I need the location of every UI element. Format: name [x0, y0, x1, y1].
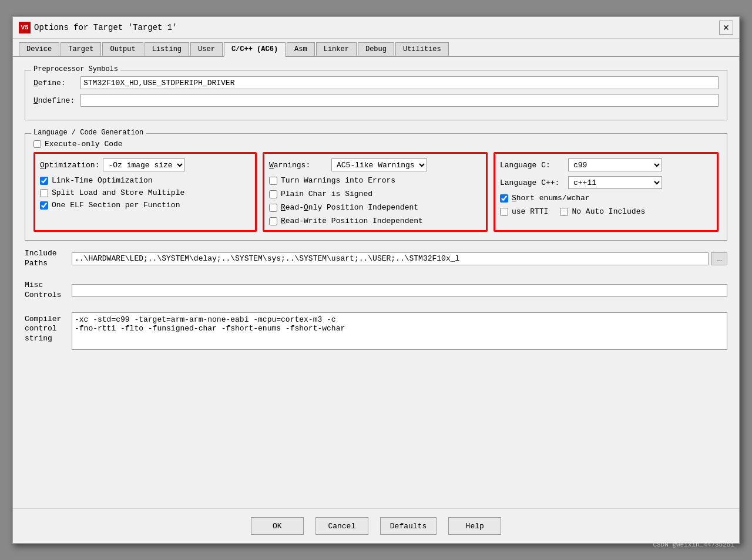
plain-char-checkbox[interactable] [269, 190, 277, 198]
language-c-label: Language C: [500, 161, 565, 170]
tab-listing[interactable]: Listing [145, 42, 189, 56]
undefine-input[interactable] [80, 94, 719, 107]
tab-cpp-ac6[interactable]: C/C++ (AC6) [224, 42, 286, 57]
window-title: Options for Target 'Target 1' [34, 23, 177, 32]
turn-warnings-row: Turn Warnings into Errors [269, 176, 481, 185]
execute-only-label: Execute-only Code [45, 140, 123, 149]
main-content: Preprocessor Symbols Define: Undefine: L… [13, 57, 739, 508]
one-elf-checkbox[interactable] [40, 201, 48, 210]
turn-warnings-label: Turn Warnings into Errors [281, 176, 395, 185]
no-auto-includes-label: No Auto Includes [572, 207, 645, 216]
include-paths-container: ... [72, 252, 727, 265]
turn-warnings-checkbox[interactable] [269, 177, 277, 185]
misc-controls-label: MiscControls [25, 281, 72, 301]
tab-linker[interactable]: Linker [316, 42, 357, 56]
app-icon: V5 [19, 22, 31, 33]
read-only-pos-checkbox[interactable] [269, 204, 277, 212]
tab-bar: Device Target Output Listing User C/C++ … [13, 39, 739, 57]
undefine-label: Undefine: [33, 96, 80, 105]
include-paths-row: IncludePaths ... [25, 249, 727, 269]
warnings-select[interactable]: AC5-like Warnings [331, 158, 427, 171]
warnings-label: Warnings: [269, 161, 328, 170]
link-time-opt-checkbox[interactable] [40, 177, 48, 185]
misc-controls-input[interactable] [72, 284, 727, 297]
undefine-row: Undefine: [33, 94, 719, 107]
lang-code-section: Optimization: -Oz image size Link-Time O… [33, 152, 719, 232]
read-only-pos-row: Read-Only Position Independent [269, 203, 481, 212]
lang-code-title: Language / Code Generation [31, 129, 146, 137]
short-enums-checkbox[interactable] [500, 194, 508, 203]
one-elf-label: One ELF Section per Function [52, 201, 180, 210]
warnings-row: Warnings: AC5-like Warnings [269, 158, 481, 171]
read-write-pos-row: Read-Write Position Independent [269, 217, 481, 225]
include-paths-browse-button[interactable]: ... [711, 252, 727, 265]
lang-code-group: Language / Code Generation Execute-only … [25, 133, 727, 241]
main-window: V5 Options for Target 'Target 1' ✕ Devic… [12, 16, 740, 544]
read-only-pos-label: Read-Only Position Independent [281, 203, 418, 212]
define-input[interactable] [80, 76, 719, 89]
title-bar: V5 Options for Target 'Target 1' ✕ [13, 17, 739, 39]
include-paths-input[interactable] [72, 252, 709, 265]
misc-controls-container [72, 284, 727, 297]
no-auto-includes-checkbox[interactable] [560, 208, 568, 216]
center-panel-outlined: Warnings: AC5-like Warnings Turn Warning… [263, 152, 488, 232]
rtti-noauto-row: use RTTI No Auto Includes [500, 207, 712, 216]
left-panel-outlined: Optimization: -Oz image size Link-Time O… [33, 152, 257, 232]
read-write-pos-checkbox[interactable] [269, 217, 277, 225]
language-c-select[interactable]: c99 [568, 158, 662, 171]
title-bar-left: V5 Options for Target 'Target 1' [19, 22, 177, 33]
ok-button[interactable]: OK [251, 517, 304, 535]
help-button[interactable]: Help [448, 517, 501, 535]
right-checkboxes: Short enums/wchar [500, 194, 712, 207]
compiler-control-textarea[interactable]: -xc -std=c99 -target=arm-arm-none-eabi -… [72, 312, 727, 350]
execute-only-checkbox[interactable] [33, 140, 41, 148]
language-cpp-select[interactable]: c++11 [568, 176, 662, 189]
preprocessor-title: Preprocessor Symbols [31, 65, 120, 73]
execute-only-row: Execute-only Code [33, 140, 719, 149]
language-cpp-row: Language C++: c++11 [500, 176, 712, 189]
misc-controls-row: MiscControls [25, 281, 727, 301]
right-panel-outlined: Language C: c99 Language C++: c++11 [494, 152, 719, 232]
optimization-row: Optimization: -Oz image size [40, 158, 250, 171]
optimization-label: Optimization: [40, 161, 99, 170]
short-enums-label: Short enums/wchar [512, 194, 590, 203]
define-row: Define: [33, 76, 719, 89]
tab-target[interactable]: Target [61, 42, 101, 56]
preprocessor-group: Preprocessor Symbols Define: Undefine: [25, 70, 727, 120]
tab-debug[interactable]: Debug [358, 42, 394, 56]
split-load-store-checkbox[interactable] [40, 189, 48, 197]
optimization-select[interactable]: -Oz image size [103, 158, 185, 171]
language-c-row: Language C: c99 [500, 158, 712, 171]
bottom-buttons: OK Cancel Defaults Help [13, 508, 739, 543]
split-load-store-row: Split Load and Store Multiple [40, 188, 250, 197]
compiler-control-row: Compilercontrolstring -xc -std=c99 -targ… [25, 312, 727, 350]
use-rtti-checkbox[interactable] [500, 208, 508, 216]
plain-char-label: Plain Char is Signed [281, 190, 372, 198]
plain-char-row: Plain Char is Signed [269, 190, 481, 198]
use-rtti-label: use RTTI [512, 207, 548, 216]
compiler-control-label: Compilercontrolstring [25, 312, 72, 345]
use-rtti-row: use RTTI [500, 207, 548, 216]
tab-asm[interactable]: Asm [287, 42, 315, 56]
cancel-button[interactable]: Cancel [315, 517, 368, 535]
tab-user[interactable]: User [190, 42, 223, 56]
language-cpp-label: Language C++: [500, 178, 565, 187]
read-write-pos-label: Read-Write Position Independent [281, 217, 423, 225]
defaults-button[interactable]: Defaults [380, 517, 437, 535]
tab-utilities[interactable]: Utilities [395, 42, 449, 56]
close-button[interactable]: ✕ [719, 21, 733, 35]
tab-output[interactable]: Output [102, 42, 143, 56]
watermark: CSDN @weixin_44735251 [653, 541, 734, 548]
include-paths-label: IncludePaths [25, 249, 72, 269]
no-auto-includes-row: No Auto Includes [560, 207, 645, 216]
link-time-opt-label: Link-Time Optimization [52, 176, 153, 185]
link-time-opt-row: Link-Time Optimization [40, 176, 250, 185]
tab-device[interactable]: Device [19, 42, 59, 56]
define-label: Define: [33, 79, 80, 87]
short-enums-row: Short enums/wchar [500, 194, 590, 203]
one-elf-row: One ELF Section per Function [40, 201, 250, 210]
split-load-store-label: Split Load and Store Multiple [52, 188, 184, 197]
